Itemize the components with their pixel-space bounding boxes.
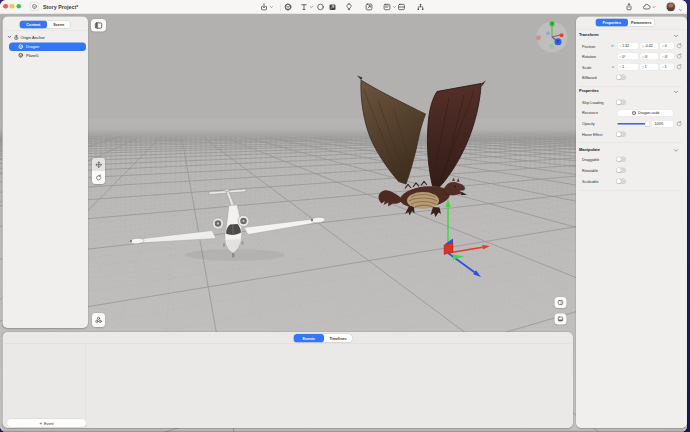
proxy-object-icon [31,3,37,9]
reset-button[interactable] [676,63,683,70]
tab-scene[interactable]: Scene [47,21,71,29]
tree-item-label: Origin Anchor [21,35,45,40]
inspector-tabs: Properties Parameters [596,19,655,27]
viewport-tool-pill [92,158,105,184]
toolbar-import-button[interactable] [260,1,274,13]
move-tool-button[interactable] [92,158,105,171]
toolbar-object-button[interactable] [284,1,293,13]
account-avatar[interactable] [666,2,676,12]
toolbar-open-button[interactable] [365,1,374,13]
card-icon [383,3,392,12]
reset-button[interactable] [676,42,683,49]
text-icon [300,3,309,12]
toolbar-bulb-button[interactable] [345,1,354,13]
tab-content[interactable]: Content [20,21,48,29]
split-icon [397,3,406,12]
reset-button[interactable] [676,121,683,128]
billboard-toggle[interactable] [616,75,626,80]
transform-field[interactable]: y1 [640,63,659,70]
tab-timelines[interactable]: Timelines [324,334,352,343]
close-button[interactable] [3,4,8,9]
axis-minus-y-handle[interactable] [549,44,553,48]
unit-label: ø [605,65,614,69]
ring-icon [316,3,325,12]
transform-field[interactable]: y-0.42 [640,42,659,49]
toolbar-cloud-chevron-icon [652,5,656,9]
toolbar-split-button[interactable] [397,1,406,13]
share-icon [625,3,634,12]
media-icon [328,3,337,12]
scaleable-toggle[interactable] [616,179,626,184]
opacity-slider[interactable] [618,121,651,126]
toolbar-cloud-button[interactable] [642,1,656,13]
toolbar-card-button[interactable] [383,1,397,13]
tree-row-plane5[interactable]: Plane5 [18,51,38,60]
section-header: Properties [579,89,599,94]
field-value: 1.32 [622,44,629,48]
toolbar-hier-button[interactable] [416,1,425,13]
transform-field[interactable]: z0° [660,53,674,60]
axis-x-handle[interactable] [560,33,564,37]
field-value: 0° [665,54,668,58]
toggle-sidebar-button[interactable] [91,19,106,32]
minimize-button[interactable] [10,4,15,9]
tree-row-origin-anchor[interactable]: Origin Anchor [7,33,45,41]
add-event-button[interactable]: + Event [7,419,86,427]
draggable-toggle[interactable] [616,157,626,162]
plane5-object-icon [18,53,24,59]
move-icon [95,161,103,169]
gimbal-reset-button[interactable] [92,313,105,327]
opacity-value-field[interactable]: 100% [652,121,674,128]
axis-minus-z-handle[interactable] [546,31,550,35]
transform-field[interactable]: x1 [618,63,639,70]
toolbar-share-button[interactable] [625,1,634,13]
dragon-object-icon [18,44,24,50]
axis-prefix: z [662,65,664,69]
unit-label: m [605,44,614,48]
transform-collapse-chevron-icon [673,33,679,39]
tab-properties[interactable]: Properties [596,19,629,27]
field-value: 0 [665,44,667,48]
split-view-button[interactable] [555,297,567,308]
toolbar-text-button[interactable] [300,1,314,13]
inspector-row-label: Resource [582,111,598,116]
resource-button[interactable]: Dragon.usdz [618,110,674,117]
tab-events[interactable]: Events [294,334,325,343]
axis-prefix: x [620,54,622,58]
toolbar-media-button[interactable] [328,1,337,13]
field-value: 1 [665,65,667,69]
timeline-column-divider [86,344,87,429]
axis-minus-x-handle[interactable] [536,36,541,41]
reset-button[interactable] [676,53,683,60]
transform-field[interactable]: z1 [660,63,674,70]
plus-icon: + [39,421,42,426]
transform-field[interactable]: x1.32 [618,42,639,49]
account-chevron-icon [679,8,683,12]
inspector-row-label: Billboard [582,75,597,80]
transform-field[interactable]: z0 [660,42,674,49]
disclosure-chevron-icon[interactable] [7,35,12,40]
properties-collapse-chevron-icon [673,89,679,95]
inspector-row-label: Draggable [582,157,599,162]
reset-button-icon [676,53,683,60]
orbit-tool-button[interactable] [92,171,105,184]
inspector-row-label: Skip Loading [582,100,604,105]
toolbar-ring-button[interactable] [316,1,325,13]
bottom-panel-button[interactable] [555,314,567,325]
transform-field[interactable]: y0° [640,53,659,60]
tab-parameters[interactable]: Parameters [628,19,655,27]
skip-loading-toggle[interactable] [616,100,626,105]
hover-effect-toggle[interactable] [616,132,626,137]
manipulate-collapse-chevron-icon [673,148,679,154]
titlebar[interactable]: Story Project* [0,0,687,14]
rotatable-toggle[interactable] [616,168,626,173]
toolbar-card-chevron-icon [393,5,397,9]
sidebar-icon [94,21,103,30]
transform-field[interactable]: x0° [618,53,639,60]
tree-row-dragon[interactable]: Dragon [18,43,39,52]
toolbar-text-chevron-icon [310,5,314,9]
zoom-button[interactable] [16,4,21,9]
document-proxy-icon[interactable] [30,2,39,11]
axis-prefix: y [642,44,644,48]
app-window: Y Z Story Project* Content Scene Origin … [0,0,690,432]
